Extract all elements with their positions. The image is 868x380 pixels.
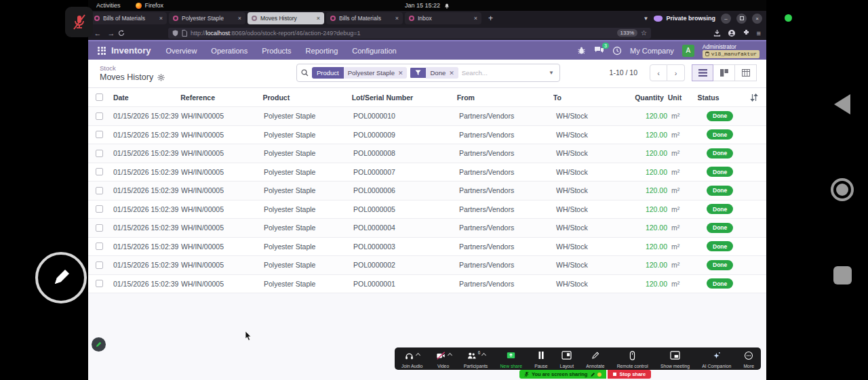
android-home-button[interactable] xyxy=(831,178,854,201)
row-checkbox[interactable] xyxy=(96,93,103,101)
table-row[interactable]: 01/15/2026 15:02:39WH/IN/00005Polyester … xyxy=(88,275,766,294)
apps-grid-icon[interactable] xyxy=(98,47,106,55)
user-avatar[interactable]: A xyxy=(682,45,694,57)
table-row[interactable]: 01/15/2026 15:02:39WH/IN/00005Polyester … xyxy=(88,182,766,200)
table-row[interactable]: 01/15/2026 15:02:39WH/IN/00005Polyester … xyxy=(88,256,766,275)
meeting-more-button[interactable]: More xyxy=(742,349,755,369)
table-row[interactable]: 01/15/2026 15:02:39WH/IN/00005Polyester … xyxy=(88,144,766,163)
tab-close-icon[interactable]: × xyxy=(238,15,241,22)
search-facet-filter[interactable]: Done ✕ xyxy=(410,67,458,79)
chevron-up-icon[interactable] xyxy=(448,353,452,358)
column-header-product[interactable]: Product xyxy=(262,93,351,102)
downloads-icon[interactable] xyxy=(713,29,721,37)
list-view-button[interactable] xyxy=(692,64,713,81)
row-checkbox[interactable] xyxy=(96,168,103,175)
nav-menu-overview[interactable]: Overview xyxy=(166,47,197,55)
android-back-button[interactable] xyxy=(834,94,850,114)
table-row[interactable]: 01/15/2026 15:02:39WH/IN/00005Polyester … xyxy=(88,107,766,126)
meeting-share-screen-button[interactable]: New share xyxy=(498,349,524,369)
back-icon[interactable]: ← xyxy=(91,29,104,37)
browser-tab[interactable]: Polyester Staple× xyxy=(169,12,245,24)
account-icon[interactable] xyxy=(728,29,736,37)
close-button[interactable]: × xyxy=(752,14,762,24)
column-header-lot[interactable]: Lot/Serial Number xyxy=(352,93,457,102)
table-row[interactable]: 01/15/2026 15:02:39WH/IN/00005Polyester … xyxy=(88,163,766,182)
meeting-remote-control-button[interactable]: Remote control xyxy=(616,349,650,369)
tab-close-icon[interactable]: × xyxy=(159,15,163,22)
column-header-unit[interactable]: Unit xyxy=(668,93,698,102)
row-checkbox[interactable] xyxy=(96,280,103,287)
meeting-annotate-button[interactable]: Annotate xyxy=(585,349,606,369)
debug-bug-icon[interactable] xyxy=(577,46,586,55)
column-header-status[interactable]: Status xyxy=(697,93,750,102)
row-checkbox[interactable] xyxy=(96,205,103,213)
column-header-quantity[interactable]: Quantity xyxy=(633,93,668,102)
row-checkbox[interactable] xyxy=(96,187,103,194)
column-header-date[interactable]: Date xyxy=(113,93,180,102)
activities-clock-icon[interactable] xyxy=(612,46,622,56)
extensions-icon[interactable] xyxy=(743,29,750,37)
column-header-from[interactable]: From xyxy=(457,93,553,102)
browser-tab[interactable]: Bills of Materials× xyxy=(90,12,167,24)
search-facet-product[interactable]: Product Polyester Staple ✕ xyxy=(312,67,407,79)
remove-facet-icon[interactable]: ✕ xyxy=(449,70,454,77)
nav-menu-operations[interactable]: Operations xyxy=(211,47,248,55)
search-input[interactable] xyxy=(462,69,545,77)
system-clock[interactable]: Jan 15 15:22 xyxy=(405,2,440,9)
user-menu[interactable]: Administrator v18_manufaktur xyxy=(703,43,760,58)
chevron-up-icon[interactable] xyxy=(416,353,420,358)
optional-columns-icon[interactable] xyxy=(750,93,766,102)
address-bar[interactable]: http://localhost:8069/odoo/stock-report/… xyxy=(168,28,651,39)
browser-tab[interactable]: Inbox× xyxy=(405,12,481,24)
pager-previous-button[interactable]: ‹ xyxy=(650,64,667,81)
row-checkbox[interactable] xyxy=(96,224,103,232)
minimize-button[interactable]: – xyxy=(721,14,731,24)
new-tab-button[interactable]: + xyxy=(484,14,498,23)
column-header-to[interactable]: To xyxy=(553,93,633,102)
nav-menu-configuration[interactable]: Configuration xyxy=(352,47,396,55)
list-all-tabs-button[interactable]: ▼ xyxy=(644,16,649,22)
meeting-join-audio-button[interactable]: Join Audio xyxy=(400,349,424,369)
meeting-show-meeting-button[interactable]: Show meeting xyxy=(659,349,691,369)
remove-facet-icon[interactable]: ✕ xyxy=(398,70,403,77)
app-name[interactable]: Inventory xyxy=(111,45,151,56)
meeting-video-off-button[interactable]: Video xyxy=(434,349,453,369)
browser-tab[interactable]: Moves History× xyxy=(248,12,324,24)
stop-share-button[interactable]: Stop share xyxy=(608,370,651,379)
row-checkbox[interactable] xyxy=(96,261,103,269)
row-checkbox[interactable] xyxy=(96,242,103,250)
chevron-up-icon[interactable] xyxy=(481,353,486,358)
row-checkbox[interactable] xyxy=(96,112,103,120)
forward-icon[interactable]: → xyxy=(104,29,118,37)
meeting-ai-companion-button[interactable]: AI Companion xyxy=(701,349,732,369)
row-checkbox[interactable] xyxy=(96,150,103,157)
company-switcher[interactable]: My Company xyxy=(630,47,674,55)
table-row[interactable]: 01/15/2026 15:02:39WH/IN/00005Polyester … xyxy=(88,126,766,145)
browser-tab[interactable]: Bills of Materials× xyxy=(326,12,403,24)
breadcrumb-parent[interactable]: Stock xyxy=(100,64,165,72)
pivot-view-button[interactable] xyxy=(735,64,757,81)
column-header-reference[interactable]: Reference xyxy=(180,93,262,102)
kanban-view-button[interactable] xyxy=(713,64,735,81)
search-bar[interactable]: Product Polyester Staple ✕ Done ✕ xyxy=(296,64,560,82)
restore-button[interactable] xyxy=(736,14,747,24)
nav-menu-reporting[interactable]: Reporting xyxy=(306,47,338,55)
bookmark-star-icon[interactable]: ☆ xyxy=(641,29,647,37)
gear-icon[interactable] xyxy=(157,74,165,81)
row-checkbox[interactable] xyxy=(96,131,103,138)
pager-next-button[interactable]: › xyxy=(667,64,685,81)
menu-hamburger-icon[interactable]: ≡ xyxy=(757,29,761,37)
nav-menu-products[interactable]: Products xyxy=(262,47,291,55)
annotation-pencil-tool[interactable] xyxy=(35,252,87,303)
reload-icon[interactable] xyxy=(118,30,132,37)
muted-mic-indicator[interactable] xyxy=(65,7,93,37)
messages-icon[interactable]: 3 xyxy=(594,46,604,55)
search-dropdown-caret[interactable]: ▼ xyxy=(549,70,555,76)
meeting-pause-button[interactable]: Pause xyxy=(533,349,549,369)
android-recents-button[interactable] xyxy=(833,266,852,284)
tab-close-icon[interactable]: × xyxy=(395,15,399,22)
meeting-participants-button[interactable]: 6Participants xyxy=(462,349,490,369)
page-zoom-badge[interactable]: 133% xyxy=(617,29,637,37)
tab-close-icon[interactable]: × xyxy=(474,15,477,22)
meeting-layout-button[interactable]: Layout xyxy=(559,349,575,369)
